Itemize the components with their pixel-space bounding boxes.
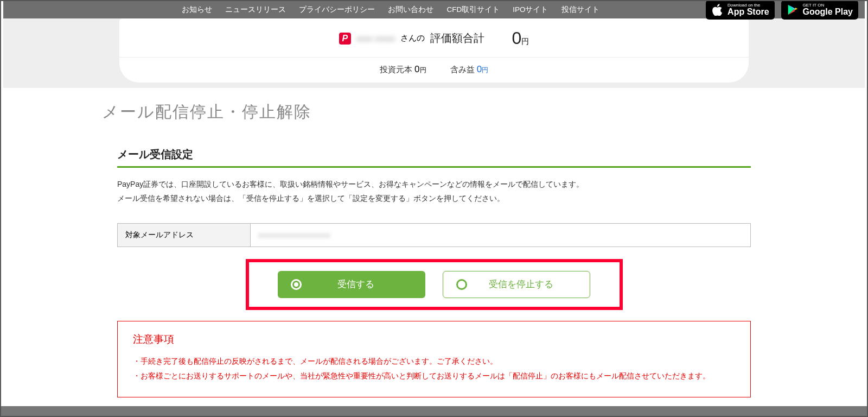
radio-receive[interactable]: 受信する [278, 271, 425, 298]
radio-selected-icon [291, 279, 302, 290]
app-store-badge[interactable]: Download on the App Store [706, 1, 774, 20]
radio-stop-label: 受信を停止する [489, 278, 553, 290]
bottom-bar [1, 406, 867, 416]
google-play-icon [787, 4, 799, 16]
radio-highlight-box: 受信する 受信を停止する [246, 259, 623, 310]
principal-value: 0 [414, 64, 419, 74]
nav-link-cfd[interactable]: CFD取引サイト [446, 5, 500, 15]
google-badge-big: Google Play [803, 8, 853, 16]
notice-item-1: ・手続き完了後も配信停止の反映がされるまで、メールが配信される場合がございます。… [133, 354, 735, 369]
account-summary: P xxxx xxxxx さんの 評価額合計 0円 投資元本 0円 含み益 [3, 18, 865, 88]
radio-stop-receive[interactable]: 受信を停止する [443, 271, 590, 298]
email-field-row: 対象メールアドレス xxxxxxxxxxxxxxxxxxx [117, 223, 751, 247]
yen-unit: 円 [521, 37, 529, 46]
apple-badge-big: App Store [727, 8, 769, 16]
radio-receive-label: 受信する [337, 278, 374, 290]
radio-unselected-icon [456, 279, 467, 290]
nav-link-ipo[interactable]: IPOサイト [513, 5, 548, 15]
notice-box: 注意事項 ・手続き完了後も配信停止の反映がされるまで、メールが配信される場合がご… [117, 321, 751, 397]
apple-icon [711, 4, 723, 16]
nav-link-news[interactable]: お知らせ [182, 5, 212, 15]
section-description: PayPay証券では、口座開設しているお客様に、取扱い銘柄情報やサービス、お得な… [117, 178, 751, 206]
email-field-value: xxxxxxxxxxxxxxxxxxx [251, 224, 750, 247]
paypay-icon: P [339, 33, 351, 45]
google-play-badge[interactable]: GET IT ON Google Play [781, 1, 858, 20]
top-nav: お知らせ ニュースリリース プライバシーポリシー お問い合わせ CFD取引サイト… [3, 1, 865, 18]
nav-link-contact[interactable]: お問い合わせ [388, 5, 433, 15]
principal-label: 投資元本 [380, 65, 412, 74]
total-valuation-value: 0 [512, 28, 521, 48]
section-title: メール受信設定 [117, 147, 751, 168]
gain-value: 0 [477, 64, 482, 74]
gain-label: 含み益 [450, 65, 475, 74]
username-blurred: xxxx xxxxx [356, 34, 395, 43]
username-suffix: さんの [400, 33, 425, 43]
total-valuation-label: 評価額合計 [430, 31, 484, 46]
notice-title: 注意事項 [133, 332, 735, 346]
email-field-label: 対象メールアドレス [118, 224, 251, 247]
nav-link-release[interactable]: ニュースリリース [225, 5, 286, 15]
page-title: メール配信停止・停止解除 [102, 101, 766, 123]
notice-item-2: ・お客様ごとにお送りするサポートのメールや、当社が緊急性や重要性が高いと判断して… [133, 369, 735, 384]
nav-link-privacy[interactable]: プライバシーポリシー [299, 5, 375, 15]
nav-link-toshin[interactable]: 投信サイト [561, 5, 599, 15]
